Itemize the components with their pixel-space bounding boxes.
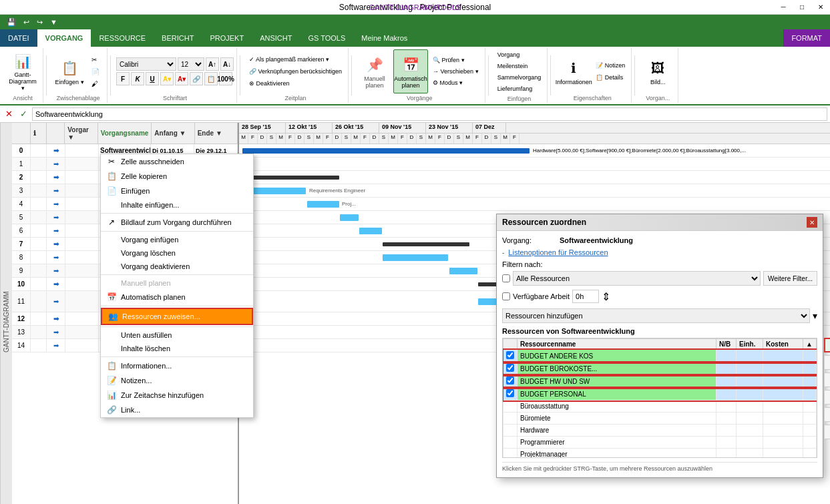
percent-button[interactable]: 100% <box>219 72 232 85</box>
cancel-formula-button[interactable]: ✕ <box>3 108 15 120</box>
th-name[interactable]: Vorgangsname <box>98 123 152 144</box>
ctx-paste-special[interactable]: Inhalte einfügen... <box>101 198 253 212</box>
formula-input[interactable]: Softwareentwicklung <box>32 107 827 121</box>
schliessen-button[interactable]: Schließen <box>824 407 830 422</box>
pruefen-button[interactable]: 🔍 Prüfen ▾ <box>429 55 482 65</box>
link-button[interactable]: 🔗 <box>190 72 203 85</box>
hours-spinner[interactable]: ⇕ <box>602 290 610 303</box>
ctx-link[interactable]: 🔗 Link... <box>101 403 253 417</box>
res-cb-3[interactable] <box>506 376 514 385</box>
resource-table-container[interactable]: Ressourcenname N/B Einh. Kosten ▲ BUDGET… <box>502 338 817 458</box>
weitere-filter-button[interactable]: Weitere Filter... <box>763 271 817 286</box>
bold-button[interactable]: F <box>116 72 130 85</box>
copy-format-button[interactable]: 📋 <box>204 72 218 85</box>
resource-row[interactable]: BUDGET ANDERE KOS <box>503 350 817 362</box>
meilenstein-button[interactable]: Meilenstein <box>494 61 545 71</box>
manuell-planen-button[interactable]: 📌 Manuellplanen <box>357 49 392 93</box>
ctx-clear[interactable]: Inhalte löschen <box>101 342 253 355</box>
th-vorgang[interactable]: Vorgar ▼ <box>65 123 98 144</box>
format-painter-button[interactable]: 🖌 <box>88 78 104 89</box>
tab-projekt[interactable]: PROJEKT <box>202 29 252 47</box>
copy-button[interactable]: 📄 <box>88 66 104 77</box>
maximize-button[interactable]: □ <box>793 0 811 14</box>
cut-button[interactable]: ✂ <box>88 54 104 65</box>
resource-row[interactable]: Büromiete <box>503 413 817 425</box>
resource-row[interactable]: Projektmanager <box>503 449 817 459</box>
underline-button[interactable]: U <box>146 72 159 85</box>
tab-ressource[interactable]: RESSOURCE <box>91 29 154 47</box>
deaktivieren-button[interactable]: ⊗ Deaktivieren <box>246 78 345 89</box>
bild-button[interactable]: 🖼 Bild... <box>640 49 675 93</box>
sammelvorgang-button[interactable]: Sammelvorgang <box>494 72 545 83</box>
bg-color-button[interactable]: A▾ <box>160 72 174 85</box>
save-qat-button[interactable]: 💾 <box>4 17 19 27</box>
redo-button[interactable]: ↪ <box>34 17 45 27</box>
ctx-scroll[interactable]: ↗ Bildlauf zum Vorgang durchführen <box>101 215 253 230</box>
ctx-fill-down[interactable]: Unten ausfüllen <box>101 328 253 342</box>
tab-datei[interactable]: DATEI <box>0 29 37 47</box>
increase-font-button[interactable]: A↑ <box>206 57 219 71</box>
verschieben-button[interactable]: → Verschieben ▾ <box>429 66 482 77</box>
add-resource-select[interactable]: Ressourcen hinzufügen <box>502 308 810 323</box>
tab-makros[interactable]: Meine Makros <box>353 29 415 47</box>
resource-row[interactable]: Büroausstattung <box>503 401 817 413</box>
th-anfang[interactable]: Anfang ▼ <box>152 123 194 144</box>
informationen-button[interactable]: ℹ Informationen <box>556 49 591 93</box>
ctx-auto[interactable]: 📅 Automatisch planen <box>101 290 253 304</box>
tab-bericht[interactable]: BERICHT <box>154 29 202 47</box>
details-button[interactable]: 📋 Details <box>592 72 628 83</box>
dialog-close-button[interactable]: ✕ <box>807 217 817 228</box>
res-cb-4[interactable] <box>506 389 514 397</box>
hilfe-button[interactable]: Hilfe <box>824 425 830 439</box>
resource-row[interactable]: BUDGET HW UND SW <box>503 375 817 388</box>
verknuepfungen-button[interactable]: 🔗 Verknüpfungen berücksichtigen <box>246 66 345 77</box>
einfuegen-button[interactable]: 📋 Einfügen ▾ <box>52 49 87 93</box>
ctx-delete-task[interactable]: Vorgang löschen <box>101 246 253 260</box>
th-sort[interactable]: ▲ <box>803 339 817 350</box>
qat-dropdown[interactable]: ▼ <box>47 17 60 27</box>
automatisch-planen-button[interactable]: 📅 Automatischplanen <box>393 49 428 93</box>
tab-ansicht[interactable]: ANSICHT <box>252 29 300 47</box>
resource-row[interactable]: BUDGET BÜROKOSTE... <box>503 362 817 375</box>
ctx-notes[interactable]: 📝 Notizen... <box>101 373 253 388</box>
ctx-paste[interactable]: 📄 Einfügen <box>101 184 253 198</box>
confirm-formula-button[interactable]: ✓ <box>17 108 29 120</box>
gantt-diagramm-button[interactable]: 📊 Gantt-Diagramm ▾ <box>5 49 40 93</box>
resource-row[interactable]: BUDGET PERSONAL <box>503 388 817 401</box>
resource-row[interactable]: Programmierer <box>503 437 817 449</box>
tab-format[interactable]: FORMAT <box>783 29 830 47</box>
minimize-button[interactable]: ─ <box>774 0 793 14</box>
hours-checkbox[interactable] <box>502 292 510 300</box>
res-cb-1[interactable] <box>506 351 514 359</box>
font-color-button[interactable]: A▾ <box>175 72 188 85</box>
notizen-button[interactable]: 📝 Notizen <box>592 60 628 71</box>
ctx-deactivate[interactable]: Vorgang deaktivieren <box>101 260 253 273</box>
ersetzen-button[interactable]: Ersetzen... <box>824 372 830 387</box>
ctx-timeline[interactable]: 📊 Zur Zeitachse hinzufügen <box>101 388 253 403</box>
filter-checkbox[interactable] <box>502 274 510 282</box>
font-family-select[interactable]: Calibri <box>116 57 176 71</box>
filter-select[interactable]: Alle Ressourcen <box>513 271 761 286</box>
vorgang-insert-button[interactable]: Vorgang <box>494 49 545 60</box>
hours-input[interactable] <box>572 290 599 303</box>
lieferumfang-button[interactable]: Lieferumfang <box>494 83 545 94</box>
tab-gs-tools[interactable]: GS TOOLS <box>300 29 353 47</box>
ctx-insert-task[interactable]: Vorgang einfügen <box>101 233 253 246</box>
plangemass-button[interactable]: ✓ Als plangemäß markieren ▾ <box>246 54 345 65</box>
italic-button[interactable]: K <box>131 72 144 85</box>
res-cb-2[interactable] <box>506 364 514 372</box>
resource-row[interactable]: Hardware <box>503 425 817 437</box>
tab-vorgang[interactable]: VORGANG <box>37 29 91 47</box>
ctx-cut[interactable]: ✂ Zelle ausschneiden <box>101 154 253 169</box>
font-size-select[interactable]: 12 <box>178 57 204 71</box>
ctx-resources[interactable]: 👥 Ressourcen zuweisen... <box>101 308 253 325</box>
ctx-copy[interactable]: 📋 Zelle kopieren <box>101 169 253 184</box>
listenoptionen-label[interactable]: Listenoptionen für Ressourcen <box>508 248 608 256</box>
close-button[interactable]: ✕ <box>811 0 830 14</box>
modus-button[interactable]: ⚙ Modus ▾ <box>429 77 482 88</box>
zuordnen-button[interactable]: Zuordnen <box>824 338 830 352</box>
decrease-font-button[interactable]: A↓ <box>220 57 234 71</box>
add-resource-dropdown[interactable]: ▾ <box>813 310 817 321</box>
entfernen-button[interactable]: Entfernen <box>824 355 830 370</box>
ctx-info[interactable]: 📋 Informationen... <box>101 358 253 373</box>
